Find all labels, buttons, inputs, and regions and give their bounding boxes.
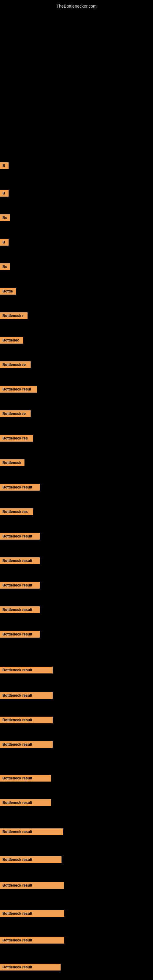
bottleneck-result-label: Bottleneck result (0, 856, 62, 863)
bottleneck-result-label: B (0, 239, 9, 246)
bottleneck-result-label: Bottleneck result (0, 937, 64, 943)
bottleneck-result-label: Bottleneck re (0, 410, 30, 417)
bottleneck-result-label: Bottleneck result (0, 557, 40, 564)
bottleneck-result-label: Bottleneck result (0, 606, 40, 613)
bottleneck-result-label: Bottleneck res (0, 435, 33, 442)
bottleneck-result-label: Bottleneck result (0, 964, 61, 970)
bottleneck-result-label: Bo (0, 215, 10, 221)
bottleneck-result-label: B (0, 190, 9, 197)
bottleneck-result-label: Bottleneck result (0, 882, 64, 889)
bottleneck-result-label: Bottleneck result (0, 582, 40, 589)
bottleneck-result-label: Bo (0, 263, 10, 270)
bottleneck-result-label: Bottleneck result (0, 692, 53, 699)
site-title: TheBottlenecker.com (0, 1, 153, 11)
bottleneck-result-label: Bottleneck result (0, 717, 53, 723)
bottleneck-result-label: Bottleneck res (0, 508, 33, 515)
bottleneck-result-label: Bottleneck result (0, 631, 40, 638)
bottleneck-result-label: Bottleneck result (0, 799, 51, 806)
bottleneck-result-label: Bottleneck result (0, 829, 63, 835)
bottleneck-result-label: Bottleneck resul (0, 386, 37, 393)
bottleneck-result-label: Bottleneck result (0, 775, 51, 781)
bottleneck-result-label: Bottlenec (0, 337, 23, 344)
bottleneck-result-label: B (0, 162, 9, 169)
bottleneck-result-label: Bottleneck result (0, 533, 40, 539)
bottleneck-result-label: Bottleneck result (0, 484, 40, 491)
bottleneck-result-label: Bottleneck result (0, 667, 53, 673)
bottleneck-result-label: Bottleneck result (0, 741, 53, 748)
bottleneck-result-label: Bottleneck result (0, 910, 64, 917)
bottleneck-result-label: Bottle (0, 288, 16, 294)
bottleneck-result-label: Bottleneck re (0, 361, 30, 368)
bottleneck-result-label: Bottleneck r (0, 312, 27, 319)
bottleneck-result-label: Bottleneck (0, 460, 24, 466)
